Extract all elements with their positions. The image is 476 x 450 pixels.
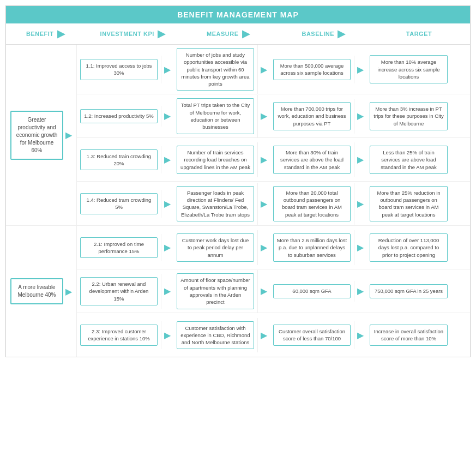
target-box-1-3: Less than 25% of train services are abov… bbox=[370, 146, 448, 174]
header-baseline: BASELINE ▶ bbox=[276, 23, 371, 44]
kpi-box-1-1: 1.1: Improved access to jobs 30% bbox=[80, 59, 158, 80]
arr-2-3c: ▶ bbox=[354, 330, 366, 340]
target-box-1-1: More than 10% average increase across si… bbox=[370, 55, 448, 83]
arr-2-1b: ▶ bbox=[258, 242, 270, 253]
kpi-box-2-2: 2.2: Urban renewal and development withi… bbox=[80, 277, 158, 305]
baseline-cell-2-2: 60,000 sqm GFA bbox=[270, 281, 354, 301]
kpi-cell-2-1: 2.1: Improved on time performance 15% bbox=[77, 234, 161, 262]
kpi-cell-1-1: 1.1: Improved access to jobs 30% bbox=[77, 56, 161, 83]
baseline-cell-2-3: Customer overall satisfaction score of l… bbox=[270, 321, 354, 349]
measure-box-2-2: Amount of floor space/number of apartmen… bbox=[177, 273, 254, 309]
benefit-liveable-box: A more liveable Melbourne 40% bbox=[10, 278, 63, 304]
measure-cell-2-1: Customer work days lost due to peak peri… bbox=[173, 230, 258, 265]
arr-2-1a: ▶ bbox=[161, 242, 173, 253]
target-cell-1-2: More than 3% increase in PT trips for th… bbox=[366, 99, 451, 134]
header-measure: MEASURE ▶ bbox=[180, 23, 276, 44]
measure-box-2-1: Customer work days lost due to peak peri… bbox=[177, 233, 254, 262]
benefit-productivity-cell: Greater productivity and economic growth… bbox=[6, 45, 77, 225]
header-benefit-label: BENEFIT bbox=[26, 31, 54, 37]
kpi-row-1-2: 1.2: Increased productivity 5% ▶ Total P… bbox=[77, 94, 470, 138]
header-target: TARGET bbox=[371, 23, 467, 44]
baseline-cell-1-4: More than 20,000 total outbound passenge… bbox=[270, 183, 354, 225]
title-bar: BENEFIT MANAGEMENT MAP bbox=[6, 6, 470, 23]
baseline-box-1-1: More than 500,000 average across six sam… bbox=[273, 59, 351, 80]
arr-1-2a: ▶ bbox=[161, 111, 173, 121]
benefit-arrow-1: ▶ bbox=[65, 130, 72, 140]
header-kpi-label: INVESTMENT KPI bbox=[100, 31, 154, 37]
kpi-row-1-1: 1.1: Improved access to jobs 30% ▶ Numbe… bbox=[77, 45, 470, 94]
measure-cell-2-2: Amount of floor space/number of apartmen… bbox=[173, 270, 258, 312]
arr-1-3a: ▶ bbox=[161, 154, 173, 165]
header-arrow-2: ▶ bbox=[158, 28, 166, 40]
arr-1-4b: ▶ bbox=[258, 199, 270, 209]
baseline-box-1-2: More than 700,000 trips for work, educat… bbox=[273, 102, 351, 130]
baseline-cell-2-1: More than 2.6 million days lost p.a. due… bbox=[270, 230, 354, 265]
baseline-cell-1-2: More than 700,000 trips for work, educat… bbox=[270, 99, 354, 134]
measure-box-1-3: Number of train services recording load … bbox=[177, 146, 254, 174]
arr-1-4a: ▶ bbox=[161, 199, 173, 209]
header-measure-label: MEASURE bbox=[207, 31, 239, 37]
measure-box-1-2: Total PT trips taken to the City of Melb… bbox=[177, 98, 254, 134]
arr-1-3c: ▶ bbox=[354, 154, 366, 165]
header-baseline-label: BASELINE bbox=[302, 31, 334, 37]
baseline-box-1-4: More than 20,000 total outbound passenge… bbox=[273, 186, 351, 221]
kpi-row-2-2: 2.2: Urban renewal and development withi… bbox=[77, 269, 470, 313]
arr-2-3b: ▶ bbox=[258, 330, 270, 340]
kpi-cell-1-4: 1.4: Reduced tram crowding 5% bbox=[77, 190, 161, 218]
section-productivity: Greater productivity and economic growth… bbox=[6, 45, 470, 226]
target-box-2-3: Increase in overall satisfaction score o… bbox=[370, 325, 448, 346]
kpis-liveable: 2.1: Improved on time performance 15% ▶ … bbox=[77, 226, 470, 357]
arr-1-2c: ▶ bbox=[354, 111, 366, 121]
benefit-liveable-cell: A more liveable Melbourne 40% ▶ bbox=[6, 226, 77, 357]
header-benefit: BENEFIT ▶ bbox=[6, 23, 85, 44]
header-row: BENEFIT ▶ INVESTMENT KPI ▶ MEASURE ▶ BAS… bbox=[6, 23, 470, 45]
benefit-management-map: BENEFIT MANAGEMENT MAP BENEFIT ▶ INVESTM… bbox=[5, 5, 471, 357]
benefit-productivity-box: Greater productivity and economic growth… bbox=[10, 111, 63, 160]
page-title: BENEFIT MANAGEMENT MAP bbox=[177, 10, 299, 19]
baseline-box-1-3: More than 30% of train services are abov… bbox=[273, 146, 351, 174]
target-box-1-2: More than 3% increase in PT trips for th… bbox=[370, 102, 448, 130]
arr-1-1b: ▶ bbox=[258, 64, 270, 75]
kpis-productivity: 1.1: Improved access to jobs 30% ▶ Numbe… bbox=[77, 45, 470, 225]
measure-cell-1-3: Number of train services recording load … bbox=[173, 142, 258, 177]
kpi-box-2-1: 2.1: Improved on time performance 15% bbox=[80, 237, 158, 259]
section-liveable: A more liveable Melbourne 40% ▶ 2.1: Imp… bbox=[6, 226, 470, 357]
target-cell-2-3: Increase in overall satisfaction score o… bbox=[366, 321, 451, 349]
kpi-cell-2-3: 2.3: Improved customer experience in sta… bbox=[77, 321, 161, 349]
arr-2-3a: ▶ bbox=[161, 330, 173, 340]
kpi-row-1-4: 1.4: Reduced tram crowding 5% ▶ Passenge… bbox=[77, 182, 470, 225]
kpi-row-2-3: 2.3: Improved customer experience in sta… bbox=[77, 313, 470, 357]
kpi-box-1-2: 1.2: Increased productivity 5% bbox=[80, 109, 158, 123]
baseline-box-2-3: Customer overall satisfaction score of l… bbox=[273, 325, 351, 346]
measure-cell-1-1: Number of jobs and study opportunities a… bbox=[173, 45, 258, 94]
target-cell-2-2: 750,000 sqm GFA in 25 years bbox=[366, 281, 451, 301]
target-cell-1-4: More than 25% reduction in outbound pass… bbox=[366, 183, 451, 225]
target-box-2-2: 750,000 sqm GFA in 25 years bbox=[370, 284, 448, 298]
header-arrow-3: ▶ bbox=[242, 28, 250, 40]
kpi-cell-2-2: 2.2: Urban renewal and development withi… bbox=[77, 274, 161, 309]
arr-1-3b: ▶ bbox=[258, 154, 270, 165]
kpi-box-2-3: 2.3: Improved customer experience in sta… bbox=[80, 325, 158, 346]
measure-box-1-4: Passenger loads in peak direction at Fli… bbox=[177, 186, 254, 221]
arr-2-1c: ▶ bbox=[354, 242, 366, 253]
header-target-label: TARGET bbox=[406, 31, 432, 37]
target-cell-1-3: Less than 25% of train services are abov… bbox=[366, 142, 451, 177]
kpi-box-1-4: 1.4: Reduced tram crowding 5% bbox=[80, 193, 158, 214]
measure-cell-1-4: Passenger loads in peak direction at Fli… bbox=[173, 183, 258, 225]
baseline-box-2-1: More than 2.6 million days lost p.a. due… bbox=[273, 233, 351, 262]
target-box-2-1: Reduction of over 113,000 days lost p.a.… bbox=[370, 233, 448, 262]
baseline-box-2-2: 60,000 sqm GFA bbox=[273, 284, 351, 298]
arr-1-1c: ▶ bbox=[354, 64, 366, 75]
baseline-cell-1-1: More than 500,000 average across six sam… bbox=[270, 56, 354, 83]
arr-1-2b: ▶ bbox=[258, 111, 270, 121]
arr-2-2c: ▶ bbox=[354, 286, 366, 296]
kpi-cell-1-2: 1.2: Increased productivity 5% bbox=[77, 106, 161, 126]
benefit-liveable-label: A more liveable Melbourne 40% bbox=[17, 284, 56, 298]
header-arrow-1: ▶ bbox=[57, 28, 65, 40]
measure-cell-1-2: Total PT trips taken to the City of Melb… bbox=[173, 95, 258, 137]
kpi-row-1-3: 1.3: Reduced train crowding 20% ▶ Number… bbox=[77, 138, 470, 182]
measure-cell-2-3: Customer satisfaction with experience in… bbox=[173, 318, 258, 353]
target-cell-1-1: More than 10% average increase across si… bbox=[366, 52, 451, 87]
measure-box-1-1: Number of jobs and study opportunities a… bbox=[177, 48, 254, 91]
kpi-cell-1-3: 1.3: Reduced train crowding 20% bbox=[77, 146, 161, 174]
